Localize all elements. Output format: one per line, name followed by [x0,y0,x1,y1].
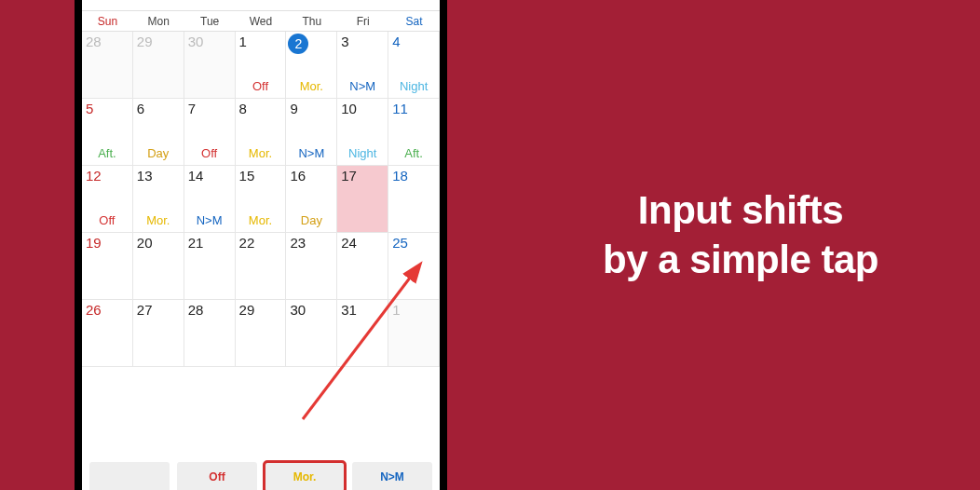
menu-icon[interactable] [91,0,112,3]
day-number: 20 [137,236,180,250]
calendar-day[interactable]: 31 [337,300,388,367]
calendar-day[interactable]: 28 [82,32,133,99]
calendar-day[interactable]: 30 [184,32,236,99]
weekday-label: Fri [337,11,388,31]
month-title[interactable]: May 2019 [125,0,207,1]
calendar-day[interactable]: 29 [236,300,287,367]
calendar-day[interactable]: 12Off [82,166,133,233]
calendar-day[interactable]: 18 [388,166,440,233]
day-number: 16 [290,169,333,183]
day-number: 9 [290,102,333,116]
weekday-label: Wed [236,11,287,31]
day-number: 11 [392,102,435,116]
day-number: 14 [188,169,231,183]
calendar-day[interactable]: 5Aft. [82,99,133,166]
calendar-day[interactable]: 11Aft. [388,99,440,166]
shift-label: Off [188,146,231,162]
shift-label: Off [86,213,129,229]
app-bar: May 2019 [82,0,440,11]
day-number: 1 [239,34,282,48]
calendar-day[interactable]: 25 [388,233,440,300]
weekday-label: Sun [82,11,133,31]
day-number: 30 [290,303,333,317]
calendar-day[interactable]: 13Mor. [133,166,184,233]
calendar-day[interactable]: 29 [133,32,184,99]
shift-label: Mor. [137,213,180,229]
calendar-day[interactable]: 19 [82,233,133,300]
calendar-grid: 2829301Off2Mor.3N>M4Night5Aft.6Day7Off8M… [82,32,440,367]
shift-label: Mor. [290,79,333,95]
calendar-day[interactable]: 21 [184,233,236,300]
day-number: 30 [188,34,231,48]
day-number: 8 [239,102,282,116]
calendar-day[interactable]: 1Off [236,32,287,99]
day-number: 4 [392,34,435,48]
shift-label: Mor. [239,146,282,162]
day-number: 15 [239,169,282,183]
calendar-day[interactable]: 1 [388,300,440,367]
day-number: 5 [86,102,129,116]
calendar-day[interactable]: 7Off [184,99,236,166]
day-number: 27 [137,303,180,317]
weekday-header: SunMonTueWedThuFriSat [82,11,440,32]
calendar-day[interactable]: 26 [82,300,133,367]
day-number: 1 [392,303,435,317]
calendar-day[interactable]: 14N>M [184,166,236,233]
calendar-day[interactable]: 22 [236,233,287,300]
promo-line-2: by a simple tap [522,236,960,285]
calendar-day[interactable]: 24 [337,233,388,300]
day-number: 23 [290,236,333,250]
day-number: 26 [86,303,129,317]
day-number: 7 [188,102,231,116]
day-number: 25 [392,236,435,250]
calendar-day[interactable]: 28 [184,300,236,367]
calendar-day[interactable]: 10Night [337,99,388,166]
shift-label: Day [290,213,333,229]
calendar-day[interactable]: 9N>M [286,99,337,166]
shift-picker: OffMor.N>MNightAft.Day [82,453,440,490]
shift-label: N>M [290,146,333,162]
shift-label: Night [392,79,435,95]
repeat-icon[interactable] [410,0,430,3]
edit-icon[interactable] [376,0,397,3]
shift-label: N>M [341,79,384,95]
shift-label: Night [341,146,384,162]
day-number: 28 [86,34,129,48]
today-marker: 2 [288,34,308,54]
calendar-day[interactable]: 16Day [286,166,337,233]
calendar-day[interactable]: 30 [286,300,337,367]
calendar-day[interactable]: 4Night [388,32,440,99]
calendar-day[interactable]: 27 [133,300,184,367]
day-number: 19 [86,236,129,250]
calendar-day[interactable]: 8Mor. [236,99,287,166]
day-number: 21 [188,236,231,250]
shift-label: N>M [188,213,231,229]
promo-line-1: Input shifts [522,186,960,236]
shift-button-off[interactable]: Off [177,462,257,490]
calendar-day[interactable]: 15Mor. [236,166,287,233]
day-number: 22 [239,236,282,250]
day-number: 24 [341,236,384,250]
day-number: 3 [341,34,384,48]
phone-frame: May 2019 SunMonTueWedThuFriSat 2829301Of… [75,0,447,490]
shift-button-nm[interactable]: N>M [352,462,432,490]
day-number: 29 [239,303,282,317]
day-number: 12 [86,169,129,183]
today-icon[interactable] [343,0,363,3]
phone-screen: May 2019 SunMonTueWedThuFriSat 2829301Of… [82,0,440,490]
weekday-label: Tue [184,11,236,31]
day-number: 31 [341,303,384,317]
calendar-day[interactable]: 6Day [133,99,184,166]
calendar-day[interactable]: 20 [133,233,184,300]
calendar-day[interactable]: 2Mor. [286,32,337,99]
day-number: 28 [188,303,231,317]
calendar-day[interactable]: 3N>M [337,32,388,99]
shift-button-mor[interactable]: Mor. [265,462,345,490]
promo-text: Input shifts by a simple tap [522,186,960,284]
day-number: 18 [392,169,435,183]
shift-button-clear[interactable] [89,462,170,490]
calendar-day[interactable]: 23 [286,233,337,300]
shift-label: Aft. [86,146,129,162]
calendar-day[interactable]: 17 [337,166,388,233]
weekday-label: Thu [286,11,337,31]
